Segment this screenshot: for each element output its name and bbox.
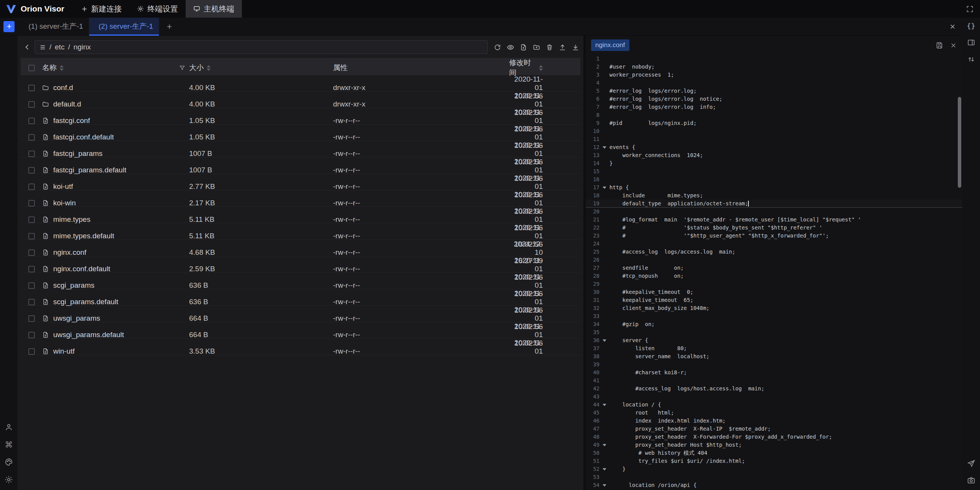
- new-tab-button[interactable]: [166, 23, 173, 30]
- code-line[interactable]: 1: [586, 55, 962, 63]
- fold-chevron-icon[interactable]: [599, 146, 609, 149]
- file-row[interactable]: win-utf 3.53 KB -rw-r--r-- 2020-11-01 10…: [21, 339, 580, 355]
- file-row[interactable]: nginx.conf.default 2.59 KB -rw-r--r-- 20…: [21, 256, 580, 273]
- code-line[interactable]: 31 keepalive_timeout 65;: [586, 296, 962, 304]
- code-line[interactable]: 36 server {: [586, 336, 962, 344]
- row-checkbox[interactable]: [28, 233, 35, 239]
- code-line[interactable]: 38 server_name localhost;: [586, 352, 962, 361]
- code-line[interactable]: 13 worker_connections 1024;: [586, 151, 962, 159]
- row-checkbox[interactable]: [28, 266, 35, 272]
- code-line[interactable]: 52 }: [586, 465, 962, 473]
- code-line[interactable]: 26: [586, 256, 962, 264]
- file-row[interactable]: conf.d 4.00 KB drwxr-xr-x 2020-11-01 10:…: [21, 75, 580, 92]
- open-file-chip[interactable]: nginx.conf: [591, 39, 629, 51]
- code-line[interactable]: 44 location / {: [586, 401, 962, 409]
- send-command-button[interactable]: [967, 459, 975, 468]
- file-row[interactable]: mime.types.default 5.11 KB -rw-r--r-- 20…: [21, 223, 580, 240]
- row-checkbox[interactable]: [28, 151, 35, 157]
- code-line[interactable]: 39: [586, 361, 962, 369]
- menu-new-connection[interactable]: 新建连接: [74, 0, 129, 18]
- row-checkbox[interactable]: [28, 85, 35, 91]
- file-row[interactable]: scgi_params 636 B -rw-r--r-- 2020-11-01 …: [21, 273, 580, 289]
- close-editor-button[interactable]: [950, 42, 957, 49]
- file-row[interactable]: mime.types 5.11 KB -rw-r--r-- 2020-11-01…: [21, 207, 580, 223]
- fold-chevron-icon[interactable]: [599, 187, 609, 189]
- file-name[interactable]: fastcgi_params.default: [53, 166, 126, 174]
- row-checkbox[interactable]: [28, 332, 35, 338]
- fullscreen-button[interactable]: [966, 5, 974, 13]
- file-name[interactable]: default.d: [53, 100, 81, 108]
- code-line[interactable]: 3worker_processes 1;: [586, 71, 962, 79]
- code-line[interactable]: 51 try_files $uri $uri/ /index.html;: [586, 457, 962, 465]
- row-checkbox[interactable]: [28, 315, 35, 322]
- back-button[interactable]: [21, 41, 34, 54]
- code-line[interactable]: 35: [586, 328, 962, 336]
- refresh-button[interactable]: [491, 41, 504, 54]
- user-info-button[interactable]: [5, 423, 13, 431]
- fold-chevron-icon[interactable]: [599, 484, 609, 487]
- code-line[interactable]: 12events {: [586, 143, 962, 151]
- code-line[interactable]: 22 # '$status $body_bytes_sent "$http_re…: [586, 224, 962, 232]
- code-line[interactable]: 43: [586, 393, 962, 401]
- column-header-name[interactable]: 名称: [42, 63, 57, 73]
- show-hidden-files-button[interactable]: [504, 41, 517, 54]
- code-line[interactable]: 4: [586, 79, 962, 87]
- file-name[interactable]: fastcgi_params: [53, 149, 103, 158]
- code-line[interactable]: 46 index index.html index.htm;: [586, 417, 962, 425]
- row-checkbox[interactable]: [28, 249, 35, 256]
- code-line[interactable]: 5#error_log logs/error.log;: [586, 87, 962, 95]
- code-line[interactable]: 16: [586, 175, 962, 184]
- row-checkbox[interactable]: [28, 216, 35, 223]
- file-name[interactable]: koi-utf: [53, 182, 73, 191]
- variables-button[interactable]: [967, 22, 975, 30]
- fold-chevron-icon[interactable]: [599, 339, 609, 342]
- file-row[interactable]: scgi_params.default 636 B -rw-r--r-- 202…: [21, 289, 580, 306]
- file-row[interactable]: fastcgi_params 1007 B -rw-r--r-- 2020-11…: [21, 141, 580, 157]
- column-header-size[interactable]: 大小: [189, 63, 204, 73]
- code-line[interactable]: 9#pid logs/nginx.pid;: [586, 119, 962, 127]
- code-line[interactable]: 25 #access_log logs/access.log main;: [586, 248, 962, 256]
- file-row[interactable]: koi-utf 2.77 KB -rw-r--r-- 2020-11-01 10…: [21, 174, 580, 190]
- fold-chevron-icon[interactable]: [599, 444, 609, 446]
- code-line[interactable]: 53: [586, 473, 962, 481]
- sort-order-button[interactable]: [967, 55, 975, 64]
- row-checkbox[interactable]: [28, 348, 35, 355]
- menu-terminal-settings[interactable]: 终端设置: [129, 0, 186, 18]
- code-line[interactable]: 19 default_type application/octet-stream…: [586, 200, 962, 208]
- filter-button[interactable]: [179, 65, 185, 71]
- code-line[interactable]: 7#error_log logs/error.log info;: [586, 103, 962, 111]
- file-name[interactable]: scgi_params.default: [53, 298, 118, 306]
- row-checkbox[interactable]: [28, 167, 35, 174]
- row-checkbox[interactable]: [28, 282, 35, 289]
- code-line[interactable]: 10: [586, 127, 962, 135]
- save-file-button[interactable]: [936, 42, 943, 49]
- code-line[interactable]: 49 proxy_set_header Host $http_host;: [586, 441, 962, 449]
- code-line[interactable]: 34 #gzip on;: [586, 320, 962, 328]
- code-line[interactable]: 42 #access_log logs/host.access.log main…: [586, 385, 962, 393]
- file-name[interactable]: fastcgi.conf.default: [53, 133, 114, 141]
- download-button[interactable]: [569, 41, 582, 54]
- editor-lines[interactable]: 12#user nobody;3worker_processes 1;45#er…: [586, 55, 962, 490]
- row-checkbox[interactable]: [28, 134, 35, 141]
- code-line[interactable]: 8: [586, 111, 962, 119]
- code-line[interactable]: 21 #log_format main '$remote_addr - $rem…: [586, 216, 962, 224]
- breadcrumb[interactable]: / etc / nginx: [34, 40, 488, 54]
- row-checkbox[interactable]: [28, 184, 35, 190]
- code-line[interactable]: 14}: [586, 159, 962, 167]
- code-line[interactable]: 24: [586, 240, 962, 248]
- code-line[interactable]: 28 #tcp_nopush on;: [586, 272, 962, 280]
- code-line[interactable]: 33: [586, 312, 962, 320]
- menu-host-terminal[interactable]: 主机终端: [186, 0, 242, 18]
- code-line[interactable]: 45 root html;: [586, 409, 962, 417]
- file-row[interactable]: fastcgi_params.default 1007 B -rw-r--r--…: [21, 157, 580, 174]
- code-line[interactable]: 48 proxy_set_header X-Forwarded-For $pro…: [586, 433, 962, 441]
- settings-button[interactable]: [5, 475, 13, 484]
- file-name[interactable]: mime.types.default: [53, 232, 114, 240]
- file-row[interactable]: uwsgi_params.default 664 B -rw-r--r-- 20…: [21, 322, 580, 339]
- file-name[interactable]: nginx.conf: [53, 248, 87, 257]
- file-name[interactable]: nginx.conf.default: [53, 265, 110, 273]
- file-name[interactable]: mime.types: [53, 215, 90, 224]
- file-row[interactable]: koi-win 2.17 KB -rw-r--r-- 2020-11-01 10…: [21, 190, 580, 207]
- file-row[interactable]: fastcgi.conf.default 1.05 KB -rw-r--r-- …: [21, 125, 580, 141]
- theme-button[interactable]: [5, 458, 13, 466]
